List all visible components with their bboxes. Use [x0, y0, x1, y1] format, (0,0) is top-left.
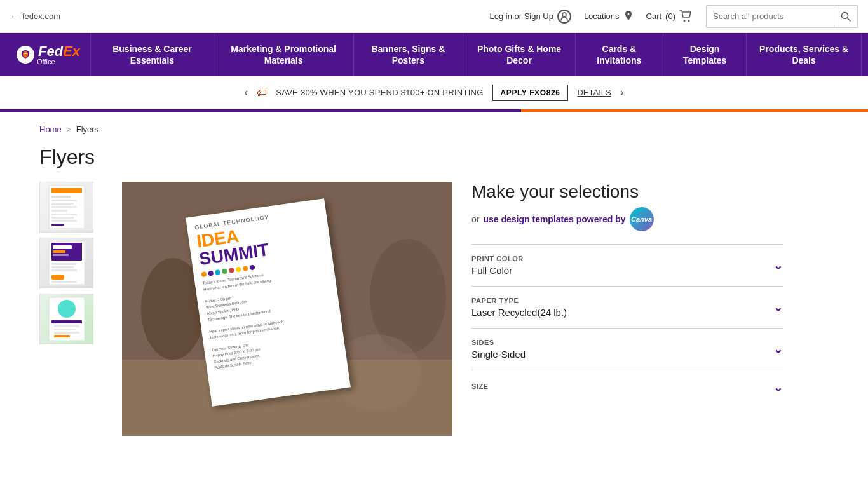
breadcrumb-separator: >	[67, 125, 71, 134]
search-container	[706, 5, 858, 28]
size-label: SIZE	[471, 383, 773, 390]
svg-rect-22	[51, 266, 74, 268]
top-bar-right: Log in or Sign Up Locations Cart (0)	[489, 5, 858, 28]
svg-point-27	[58, 300, 76, 318]
fedex-logo: FedEx Office	[17, 44, 80, 65]
nav-item-marketing[interactable]: Marketing & Promotional Materials	[214, 33, 354, 76]
cart-link[interactable]: Cart (0)	[646, 10, 693, 23]
nav-item-business[interactable]: Business & Career Essentials	[90, 33, 214, 76]
domain-link[interactable]: ← fedex.com	[10, 11, 60, 21]
fedex-icon-box	[17, 46, 34, 64]
or-text: or	[471, 214, 479, 224]
print-color-option[interactable]: PRINT COLOR Full Color ⌄	[471, 244, 783, 286]
print-color-label: PRINT COLOR	[471, 255, 773, 262]
cart-count: (0)	[665, 11, 675, 21]
logo-office: Office	[37, 58, 80, 65]
svg-rect-28	[51, 320, 82, 323]
product-thumbnails	[39, 182, 103, 436]
svg-rect-11	[51, 210, 67, 212]
search-button[interactable]	[834, 6, 857, 27]
location-pin-icon	[623, 11, 634, 22]
svg-rect-7	[51, 196, 71, 198]
selections-title: Make your selections	[471, 182, 783, 202]
flyer-visual: GLOBAL TECHNOLOGY IDEA SUMMIT Today's Id…	[186, 198, 351, 407]
selections-panel: Make your selections or use design templ…	[471, 182, 783, 436]
svg-rect-29	[54, 325, 79, 327]
print-color-left: PRINT COLOR Full Color	[471, 255, 773, 276]
nav-logo[interactable]: FedEx Office	[6, 33, 90, 76]
logo-fed: Fed	[38, 43, 63, 59]
main-product-image: GLOBAL TECHNOLOGY IDEA SUMMIT Today's Id…	[122, 182, 452, 436]
nav-item-photo[interactable]: Photo Gifts & Home Decor	[463, 33, 575, 76]
nav-items: Business & Career Essentials Marketing &…	[90, 33, 862, 76]
sides-label: SIDES	[471, 339, 773, 346]
svg-rect-15	[51, 224, 64, 226]
svg-line-4	[847, 18, 850, 21]
promo-details-link[interactable]: DETAILS	[577, 88, 611, 97]
login-link[interactable]: Log in or Sign Up	[489, 10, 571, 24]
paper-type-option[interactable]: PAPER TYPE Laser Recycled(24 lb.) ⌄	[471, 286, 783, 328]
cart-icon	[679, 10, 693, 23]
print-color-value: Full Color	[471, 265, 773, 276]
thumbnail-3[interactable]	[39, 294, 93, 344]
svg-rect-24	[51, 274, 64, 280]
nav-item-products[interactable]: Products, Services & Deals	[747, 33, 862, 76]
size-left: SIZE	[471, 383, 773, 393]
paper-type-left: PAPER TYPE Laser Recycled(24 lb.)	[471, 297, 773, 318]
promo-tag-icon: 🏷	[257, 87, 267, 98]
domain-text: fedex.com	[22, 11, 60, 21]
nav-item-cards[interactable]: Cards & Invitations	[576, 33, 663, 76]
thumbnail-2[interactable]	[39, 238, 93, 288]
svg-rect-20	[53, 254, 69, 256]
person-icon	[557, 10, 571, 24]
sides-left: SIDES Single-Sided	[471, 339, 773, 360]
top-bar: ← fedex.com Log in or Sign Up Locations …	[0, 0, 868, 33]
design-template-row: or use design templates powered by Canva	[471, 207, 783, 231]
svg-point-1	[684, 20, 686, 22]
svg-rect-14	[51, 220, 77, 222]
thumbnail-1[interactable]	[39, 182, 93, 233]
svg-rect-8	[51, 200, 77, 201]
svg-rect-12	[51, 214, 77, 215]
main-nav: FedEx Office Business & Career Essential…	[0, 33, 868, 76]
nav-item-banners[interactable]: Banners, Signs & Posters	[354, 33, 464, 76]
print-color-chevron-icon: ⌄	[773, 259, 783, 273]
thumb-flyer-2	[48, 240, 86, 286]
locations-link[interactable]: Locations	[584, 11, 634, 22]
size-chevron-icon: ⌄	[773, 381, 783, 395]
canva-badge[interactable]: Canva	[630, 207, 654, 231]
paper-type-value: Laser Recycled(24 lb.)	[471, 307, 773, 318]
nav-item-design[interactable]: Design Templates	[663, 33, 747, 76]
svg-rect-21	[51, 263, 77, 265]
breadcrumb-current: Flyers	[76, 125, 98, 134]
svg-rect-32	[54, 335, 70, 337]
sides-option[interactable]: SIDES Single-Sided ⌄	[471, 328, 783, 370]
svg-rect-19	[53, 250, 65, 253]
page-title: Flyers	[0, 140, 868, 182]
design-template-link[interactable]: use design templates powered by	[483, 214, 625, 224]
person-svg	[560, 12, 568, 21]
svg-rect-9	[51, 203, 74, 205]
promo-bar: ‹ 🏷 SAVE 30% WHEN YOU SPEND $100+ ON PRI…	[0, 76, 868, 109]
logo-ex: Ex	[63, 43, 80, 59]
sides-chevron-icon: ⌄	[773, 342, 783, 356]
promo-text: SAVE 30% WHEN YOU SPEND $100+ ON PRINTIN…	[276, 88, 483, 97]
size-option[interactable]: SIZE ⌄	[471, 370, 783, 405]
promo-code-button[interactable]: APPLY FXO826	[492, 85, 569, 101]
svg-rect-10	[51, 206, 77, 208]
thumb-flyer-1	[48, 184, 86, 230]
promo-next-button[interactable]: ›	[620, 86, 624, 99]
svg-point-0	[562, 13, 566, 17]
breadcrumb: Home > Flyers	[0, 112, 868, 140]
fedex-leaf-icon	[20, 49, 31, 60]
search-input[interactable]	[707, 11, 834, 21]
breadcrumb-home[interactable]: Home	[39, 125, 62, 134]
back-arrow-icon: ←	[10, 11, 18, 21]
svg-rect-6	[51, 188, 82, 193]
svg-rect-31	[54, 332, 79, 334]
svg-point-2	[688, 20, 690, 22]
promo-prev-button[interactable]: ‹	[244, 86, 248, 99]
main-content: GLOBAL TECHNOLOGY IDEA SUMMIT Today's Id…	[0, 182, 868, 436]
thumb-flyer-3	[48, 296, 86, 342]
sides-value: Single-Sided	[471, 349, 773, 360]
